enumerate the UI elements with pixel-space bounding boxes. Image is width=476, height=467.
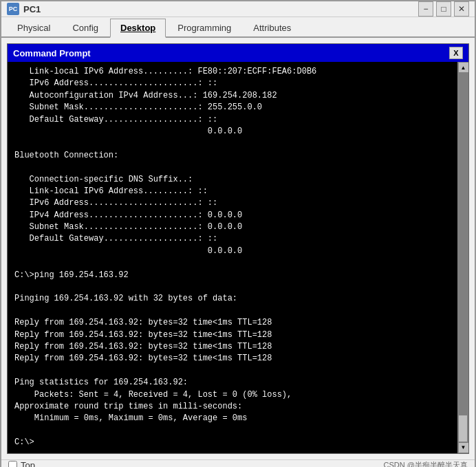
tab-config[interactable]: Config <box>62 19 109 36</box>
scrollbar-track[interactable] <box>458 73 468 442</box>
scrollbar-up-btn[interactable]: ▲ <box>458 62 469 73</box>
cmd-close-button[interactable]: X <box>449 47 463 59</box>
tab-physical[interactable]: Physical <box>7 19 61 36</box>
cmd-terminal[interactable]: Link-local IPv6 Address.........: FE80::… <box>8 62 457 453</box>
cmd-body-wrapper: Link-local IPv6 Address.........: FE80::… <box>8 62 468 453</box>
cmd-window: Command Prompt X Link-local IPv6 Address… <box>7 43 469 454</box>
tab-bar: Physical Config Desktop Programming Attr… <box>1 17 475 38</box>
bottom-bar: Top CSDN @半痴半醉半天真 <box>1 459 475 468</box>
top-checkbox-label[interactable]: Top <box>8 460 35 468</box>
watermark: CSDN @半痴半醉半天真 <box>384 460 468 468</box>
tab-desktop[interactable]: Desktop <box>110 19 166 38</box>
close-button[interactable]: ✕ <box>454 1 469 17</box>
top-label: Top <box>21 460 35 468</box>
content-area: Command Prompt X Link-local IPv6 Address… <box>1 38 475 459</box>
top-checkbox[interactable] <box>8 461 17 468</box>
cmd-scrollbar[interactable]: ▲ ▼ <box>457 62 468 453</box>
window-icon: PC <box>7 3 19 15</box>
maximize-button[interactable]: □ <box>436 1 451 17</box>
scrollbar-thumb[interactable] <box>458 415 468 442</box>
tab-programming[interactable]: Programming <box>167 19 241 36</box>
window-title: PC1 <box>23 4 41 14</box>
minimize-button[interactable]: − <box>418 1 433 17</box>
title-bar-left: PC PC1 <box>7 3 41 15</box>
scrollbar-down-btn[interactable]: ▼ <box>458 442 469 453</box>
cmd-title-bar: Command Prompt X <box>8 44 468 62</box>
title-bar-controls: − □ ✕ <box>418 1 469 17</box>
cmd-title-label: Command Prompt <box>13 48 91 58</box>
main-window: PC PC1 − □ ✕ Physical Config Desktop Pro… <box>0 0 476 467</box>
title-bar: PC PC1 − □ ✕ <box>1 1 475 17</box>
tab-attributes[interactable]: Attributes <box>243 19 301 36</box>
